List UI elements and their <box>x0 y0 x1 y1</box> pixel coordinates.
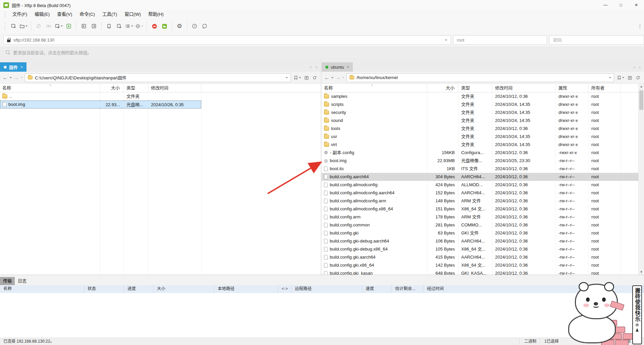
file-row[interactable]: samples文件夹2024/10/12, 0:36drwxr-xr-xroot <box>322 92 644 100</box>
file-row[interactable]: build.config.common281 BytesCOMMO...2024… <box>322 221 644 229</box>
column-local-path[interactable]: 本地路径 <box>214 285 278 293</box>
local-file-list[interactable]: ..文件夹boot.img22.93...光盘映...2024/10/26, 0… <box>0 92 321 275</box>
file-row[interactable]: build.config.gki.aarch64415 BytesAARCH64… <box>322 253 644 261</box>
column-header-attr[interactable]: 属性 <box>555 84 588 92</box>
bookmark-dropdown-icon[interactable] <box>299 77 301 78</box>
export-button[interactable] <box>89 21 99 31</box>
close-button[interactable]: ✕ <box>629 0 644 10</box>
forward-button[interactable]: → <box>14 75 19 80</box>
scroll-down-icon[interactable]: ▼ <box>639 269 644 275</box>
xshell-launch-button[interactable] <box>150 21 159 31</box>
dropdown-icon[interactable] <box>61 25 63 27</box>
file-row[interactable]: sound文件夹2024/10/24, 14:35drwxr-xr-xroot <box>322 117 644 125</box>
menu-command[interactable]: 命令(C) <box>76 10 99 19</box>
menu-edit[interactable]: 编辑(E) <box>31 10 53 19</box>
path-dropdown-icon[interactable] <box>286 77 288 78</box>
dropdown-icon[interactable] <box>131 25 133 27</box>
feedback-button[interactable] <box>200 21 209 31</box>
file-row[interactable]: build.config.arm178 BytesARM 文件2024/10/1… <box>322 213 644 221</box>
tab-scroll-right-icon[interactable]: › <box>639 64 641 70</box>
bookmark-button[interactable] <box>293 75 302 80</box>
file-row[interactable]: build.config.gki-debug.aarch64106 BytesA… <box>322 237 644 245</box>
file-row[interactable]: - 副本.config156KBConfigura...2024/10/12, … <box>322 149 644 157</box>
remote-file-list[interactable]: samples文件夹2024/10/12, 0:36drwxr-xr-xroot… <box>322 92 644 275</box>
bookmark-dropdown-icon[interactable] <box>622 77 624 78</box>
file-row[interactable]: boot.img22.93...光盘映...2024/10/26, 0:35 <box>0 100 321 109</box>
device-pane-button[interactable] <box>104 21 114 31</box>
tab-close-icon[interactable]: ✕ <box>20 65 23 69</box>
file-row[interactable]: tools文件夹2024/10/12, 0:36drwxr-xr-xroot <box>322 125 644 133</box>
local-path-input[interactable]: C:\Users\QINGJUE\Desktop\git\taishanpai\… <box>25 73 291 82</box>
scrollbar-thumb[interactable] <box>639 90 643 110</box>
file-row[interactable]: build.config.gki63 BytesGKI 文件2024/10/12… <box>322 229 644 237</box>
session-properties-button[interactable] <box>54 21 63 31</box>
menu-window[interactable]: 窗口(W) <box>121 10 145 19</box>
column-remote-path[interactable]: 远程路径 <box>291 285 362 293</box>
column-size[interactable]: 大小 <box>154 285 214 293</box>
chevron-down-icon[interactable] <box>445 40 447 41</box>
duplicate-pane-button[interactable] <box>114 21 124 31</box>
forward-button[interactable]: → <box>335 75 340 80</box>
menu-tools[interactable]: 工具(T) <box>99 10 121 19</box>
forward-history-icon[interactable] <box>342 77 344 78</box>
column-header-owner[interactable]: 所有者 <box>588 84 621 92</box>
file-row[interactable]: boot.its1KBITS 文件2024/10/12, 0:36-rw-r--… <box>322 165 644 173</box>
file-row[interactable]: build.config.allmodconfig.aarch64152 Byt… <box>322 189 644 197</box>
new-session-button[interactable] <box>9 21 18 31</box>
minimize-button[interactable]: — <box>598 0 613 10</box>
menu-help[interactable]: 帮助(H) <box>145 10 167 19</box>
scroll-up-icon[interactable]: ▲ <box>639 84 644 89</box>
forward-history-icon[interactable] <box>21 77 23 78</box>
file-row[interactable]: build.config.allmodconfig424 BytesALLMOD… <box>322 181 644 189</box>
column-progress[interactable]: 进度 <box>124 285 154 293</box>
file-row[interactable]: build.config.gki-debug.x86_64105 BytesX8… <box>322 245 644 253</box>
file-row[interactable]: build.config.aarch64304 BytesAARCH64...2… <box>322 173 644 181</box>
column-speed[interactable]: 速度 <box>362 285 392 293</box>
web-browser-button[interactable] <box>135 21 144 31</box>
column-header-date[interactable]: 修改时间 <box>148 84 201 92</box>
column-direction[interactable]: <-> <box>278 285 291 293</box>
tab-transfer[interactable]: 传输 <box>0 277 15 285</box>
folder-up-button[interactable] <box>304 75 310 80</box>
file-row[interactable]: security文件夹2024/10/24, 14:35drwxr-xr-xro… <box>322 109 644 117</box>
column-header-size[interactable]: 大小 <box>427 84 458 92</box>
column-header-type[interactable]: 类型 <box>123 84 148 92</box>
open-session-folder-button[interactable] <box>19 21 28 31</box>
view-mode-button[interactable] <box>124 21 134 31</box>
dropdown-icon[interactable] <box>141 25 143 27</box>
file-row[interactable]: usr文件夹2024/10/24, 14:35drwxr-xr-xroot <box>322 133 644 141</box>
column-eta[interactable]: 估计剩余... <box>392 285 424 293</box>
remote-path-input[interactable]: /home/xu/linux/kernel <box>346 73 614 82</box>
column-header-date[interactable]: 修改时间 <box>492 84 555 92</box>
run-transfer-button[interactable] <box>64 21 73 31</box>
help-button[interactable]: ? <box>190 21 199 31</box>
file-row[interactable]: build.config.allmodconfig.x86_64151 Byte… <box>322 205 644 213</box>
address-combobox[interactable]: sftp://192.168.68.130 <box>3 36 451 45</box>
path-dropdown-icon[interactable] <box>609 77 611 78</box>
file-row[interactable]: build.config.gki_kasan648 BytesGKI_KASA.… <box>322 269 644 275</box>
tab-scroll-left-icon[interactable]: ‹ <box>633 64 635 70</box>
column-header-size[interactable]: 大小 <box>100 84 123 92</box>
back-history-icon[interactable] <box>10 77 12 78</box>
disconnect-button[interactable] <box>34 21 43 31</box>
back-button[interactable]: ← <box>3 75 8 80</box>
menu-file[interactable]: 文件(F) <box>9 10 31 19</box>
reconnect-link-button[interactable] <box>44 21 53 31</box>
dropdown-icon[interactable] <box>25 25 28 27</box>
xftp-launch-button[interactable] <box>160 21 169 31</box>
settings-gear-button[interactable]: ⚙ <box>175 21 184 31</box>
column-header-type[interactable]: 类型 <box>458 84 492 92</box>
file-row[interactable]: scripts文件夹2024/10/24, 14:35drwxr-xr-xroo… <box>322 100 644 109</box>
file-row[interactable]: build.config.allmodconfig.arm148 BytesAR… <box>322 197 644 205</box>
username-input[interactable] <box>453 36 547 45</box>
remote-session-tab[interactable]: ubuntu ✕ <box>322 62 353 72</box>
column-status[interactable]: 状态 <box>84 285 124 293</box>
file-row[interactable]: boot.img22.93MB光盘映像...2024/10/25, 23:30-… <box>322 157 644 165</box>
tab-scroll-left-icon[interactable]: ‹ <box>310 64 312 70</box>
menu-view[interactable]: 查看(V) <box>53 10 76 19</box>
remote-scrollbar[interactable]: ▲ ▼ <box>638 84 644 275</box>
toolbar-overflow-icon[interactable]: ⋮ <box>638 23 643 29</box>
tab-close-icon[interactable]: ✕ <box>346 65 350 69</box>
password-input[interactable] <box>549 36 644 45</box>
local-session-tab[interactable]: 固件 ✕ <box>0 62 26 72</box>
